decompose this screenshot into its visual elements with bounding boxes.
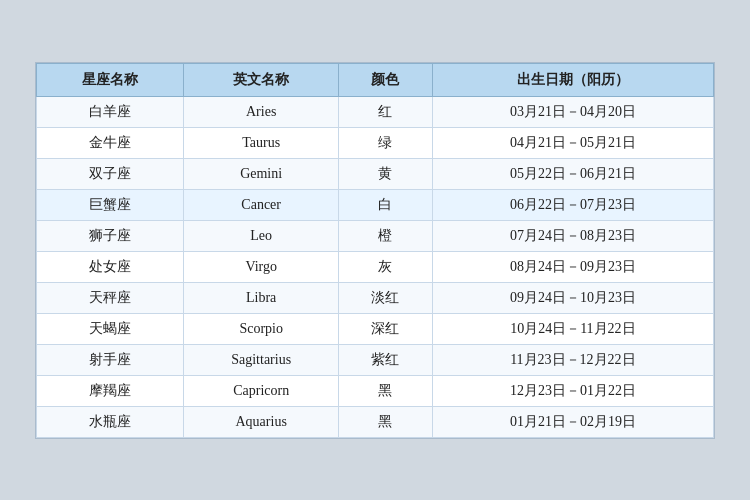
date-cell: 12月23日－01月22日 — [432, 375, 713, 406]
date-cell: 10月24日－11月22日 — [432, 313, 713, 344]
date-cell: 03月21日－04月20日 — [432, 96, 713, 127]
en-name-cell: Aries — [184, 96, 339, 127]
en-name-cell: Capricorn — [184, 375, 339, 406]
table-row: 狮子座Leo橙07月24日－08月23日 — [37, 220, 714, 251]
date-cell: 05月22日－06月21日 — [432, 158, 713, 189]
table-row: 射手座Sagittarius紫红11月23日－12月22日 — [37, 344, 714, 375]
color-cell: 紫红 — [339, 344, 433, 375]
zh-name-cell: 狮子座 — [37, 220, 184, 251]
zh-name-cell: 摩羯座 — [37, 375, 184, 406]
date-cell: 06月22日－07月23日 — [432, 189, 713, 220]
en-name-cell: Aquarius — [184, 406, 339, 437]
en-name-cell: Gemini — [184, 158, 339, 189]
table-row: 白羊座Aries红03月21日－04月20日 — [37, 96, 714, 127]
date-cell: 11月23日－12月22日 — [432, 344, 713, 375]
column-header: 颜色 — [339, 63, 433, 96]
table-row: 天秤座Libra淡红09月24日－10月23日 — [37, 282, 714, 313]
color-cell: 黑 — [339, 375, 433, 406]
en-name-cell: Leo — [184, 220, 339, 251]
date-cell: 09月24日－10月23日 — [432, 282, 713, 313]
zh-name-cell: 巨蟹座 — [37, 189, 184, 220]
zh-name-cell: 天蝎座 — [37, 313, 184, 344]
en-name-cell: Cancer — [184, 189, 339, 220]
en-name-cell: Virgo — [184, 251, 339, 282]
en-name-cell: Libra — [184, 282, 339, 313]
zodiac-table-wrapper: 星座名称英文名称颜色出生日期（阳历） 白羊座Aries红03月21日－04月20… — [35, 62, 715, 439]
color-cell: 淡红 — [339, 282, 433, 313]
column-header: 星座名称 — [37, 63, 184, 96]
zodiac-table: 星座名称英文名称颜色出生日期（阳历） 白羊座Aries红03月21日－04月20… — [36, 63, 714, 438]
date-cell: 08月24日－09月23日 — [432, 251, 713, 282]
color-cell: 白 — [339, 189, 433, 220]
color-cell: 红 — [339, 96, 433, 127]
color-cell: 橙 — [339, 220, 433, 251]
table-row: 处女座Virgo灰08月24日－09月23日 — [37, 251, 714, 282]
zh-name-cell: 处女座 — [37, 251, 184, 282]
color-cell: 灰 — [339, 251, 433, 282]
table-row: 金牛座Taurus绿04月21日－05月21日 — [37, 127, 714, 158]
color-cell: 绿 — [339, 127, 433, 158]
en-name-cell: Scorpio — [184, 313, 339, 344]
column-header: 英文名称 — [184, 63, 339, 96]
color-cell: 黄 — [339, 158, 433, 189]
table-row: 水瓶座Aquarius黑01月21日－02月19日 — [37, 406, 714, 437]
zh-name-cell: 天秤座 — [37, 282, 184, 313]
zh-name-cell: 水瓶座 — [37, 406, 184, 437]
date-cell: 01月21日－02月19日 — [432, 406, 713, 437]
zh-name-cell: 金牛座 — [37, 127, 184, 158]
column-header: 出生日期（阳历） — [432, 63, 713, 96]
date-cell: 07月24日－08月23日 — [432, 220, 713, 251]
table-row: 天蝎座Scorpio深红10月24日－11月22日 — [37, 313, 714, 344]
color-cell: 深红 — [339, 313, 433, 344]
zh-name-cell: 白羊座 — [37, 96, 184, 127]
table-body: 白羊座Aries红03月21日－04月20日金牛座Taurus绿04月21日－0… — [37, 96, 714, 437]
zh-name-cell: 双子座 — [37, 158, 184, 189]
en-name-cell: Taurus — [184, 127, 339, 158]
table-row: 双子座Gemini黄05月22日－06月21日 — [37, 158, 714, 189]
table-row: 摩羯座Capricorn黑12月23日－01月22日 — [37, 375, 714, 406]
table-header-row: 星座名称英文名称颜色出生日期（阳历） — [37, 63, 714, 96]
zh-name-cell: 射手座 — [37, 344, 184, 375]
en-name-cell: Sagittarius — [184, 344, 339, 375]
date-cell: 04月21日－05月21日 — [432, 127, 713, 158]
table-row: 巨蟹座Cancer白06月22日－07月23日 — [37, 189, 714, 220]
color-cell: 黑 — [339, 406, 433, 437]
